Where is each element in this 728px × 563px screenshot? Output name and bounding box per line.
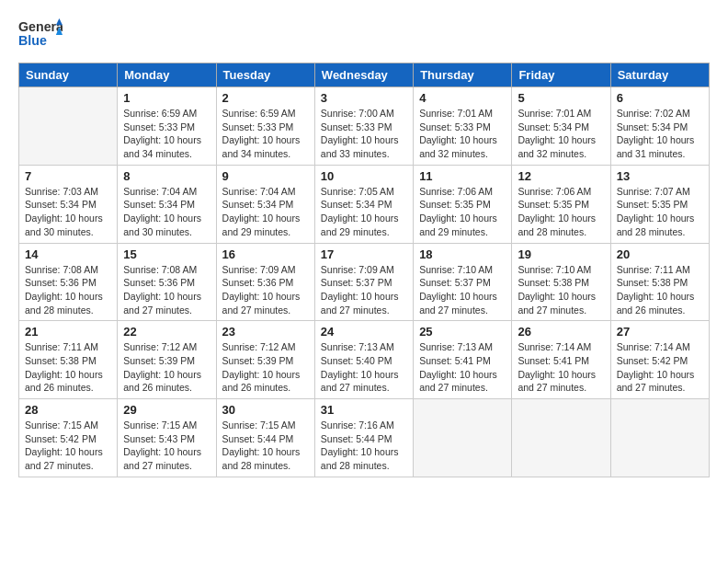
calendar-day-cell: 8Sunrise: 7:04 AMSunset: 5:34 PMDaylight… (118, 165, 216, 243)
day-number: 24 (321, 325, 407, 339)
day-info: Sunrise: 7:14 AMSunset: 5:41 PMDaylight:… (518, 340, 604, 395)
day-info: Sunrise: 6:59 AMSunset: 5:33 PMDaylight:… (123, 107, 210, 161)
sunrise-text: Sunrise: 7:15 AM (222, 419, 309, 432)
day-number: 28 (25, 403, 111, 417)
calendar-day-header: Wednesday (314, 63, 413, 87)
day-info: Sunrise: 7:15 AMSunset: 5:44 PMDaylight:… (222, 419, 309, 473)
day-number: 21 (25, 325, 111, 339)
calendar-day-cell (414, 399, 512, 477)
sunset-text: Sunset: 5:35 PM (419, 198, 506, 212)
day-number: 10 (321, 169, 407, 183)
day-number: 9 (222, 169, 309, 183)
sunset-text: Sunset: 5:44 PM (321, 432, 407, 446)
daylight-text: Daylight: 10 hours and 32 minutes. (518, 133, 604, 160)
calendar-day-cell: 28Sunrise: 7:15 AMSunset: 5:42 PMDayligh… (19, 399, 118, 477)
daylight-text: Daylight: 10 hours and 27 minutes. (123, 445, 210, 472)
calendar-week-row: 7Sunrise: 7:03 AMSunset: 5:34 PMDaylight… (19, 165, 710, 243)
daylight-text: Daylight: 10 hours and 31 minutes. (617, 133, 703, 160)
calendar-day-cell (19, 87, 118, 166)
calendar-header-row: SundayMondayTuesdayWednesdayThursdayFrid… (19, 63, 710, 87)
day-number: 13 (617, 169, 703, 183)
sunrise-text: Sunrise: 7:08 AM (25, 263, 111, 277)
sunset-text: Sunset: 5:41 PM (518, 354, 604, 368)
page: General Blue SundayMondayTuesdayWednesda… (0, 0, 728, 563)
day-number: 4 (419, 91, 506, 105)
calendar-day-cell: 7Sunrise: 7:03 AMSunset: 5:34 PMDaylight… (19, 165, 118, 243)
sunset-text: Sunset: 5:34 PM (617, 121, 703, 134)
sunset-text: Sunset: 5:34 PM (222, 198, 309, 212)
sunset-text: Sunset: 5:33 PM (321, 121, 407, 134)
sunrise-text: Sunrise: 7:11 AM (25, 340, 111, 354)
day-number: 6 (617, 91, 703, 105)
sunset-text: Sunset: 5:34 PM (123, 198, 210, 212)
calendar-day-cell: 25Sunrise: 7:13 AMSunset: 5:41 PMDayligh… (414, 321, 512, 399)
day-info: Sunrise: 7:07 AMSunset: 5:35 PMDaylight:… (617, 185, 703, 239)
calendar-day-header: Friday (512, 63, 610, 87)
day-number: 11 (419, 169, 506, 183)
calendar-day-cell: 24Sunrise: 7:13 AMSunset: 5:40 PMDayligh… (314, 321, 413, 399)
day-number: 30 (222, 403, 309, 417)
sunset-text: Sunset: 5:34 PM (321, 198, 407, 212)
sunrise-text: Sunrise: 7:05 AM (321, 185, 407, 199)
calendar-day-cell: 20Sunrise: 7:11 AMSunset: 5:38 PMDayligh… (610, 243, 709, 321)
sunrise-text: Sunrise: 7:15 AM (25, 419, 111, 432)
daylight-text: Daylight: 10 hours and 28 minutes. (222, 445, 309, 472)
daylight-text: Daylight: 10 hours and 26 minutes. (25, 368, 111, 395)
day-info: Sunrise: 7:15 AMSunset: 5:43 PMDaylight:… (123, 419, 210, 473)
sunrise-text: Sunrise: 6:59 AM (123, 107, 210, 121)
daylight-text: Daylight: 10 hours and 26 minutes. (123, 368, 210, 395)
calendar-day-cell: 6Sunrise: 7:02 AMSunset: 5:34 PMDaylight… (610, 87, 709, 166)
sunrise-text: Sunrise: 7:06 AM (419, 185, 506, 199)
day-number: 27 (617, 325, 703, 339)
calendar-week-row: 21Sunrise: 7:11 AMSunset: 5:38 PMDayligh… (19, 321, 710, 399)
calendar-table: SundayMondayTuesdayWednesdayThursdayFrid… (18, 63, 710, 477)
day-info: Sunrise: 7:13 AMSunset: 5:40 PMDaylight:… (321, 340, 407, 395)
day-number: 22 (123, 325, 210, 339)
calendar-day-cell: 27Sunrise: 7:14 AMSunset: 5:42 PMDayligh… (610, 321, 709, 399)
header: General Blue (18, 17, 710, 52)
sunset-text: Sunset: 5:42 PM (617, 354, 703, 368)
calendar-day-cell: 19Sunrise: 7:10 AMSunset: 5:38 PMDayligh… (512, 243, 610, 321)
sunset-text: Sunset: 5:34 PM (518, 121, 604, 134)
daylight-text: Daylight: 10 hours and 29 minutes. (321, 212, 407, 238)
day-number: 16 (222, 247, 309, 261)
calendar-week-row: 1Sunrise: 6:59 AMSunset: 5:33 PMDaylight… (19, 87, 710, 166)
sunrise-text: Sunrise: 7:10 AM (419, 263, 506, 277)
sunrise-text: Sunrise: 7:09 AM (321, 263, 407, 277)
day-number: 3 (321, 91, 407, 105)
calendar-day-cell (512, 399, 610, 477)
sunset-text: Sunset: 5:42 PM (25, 432, 111, 446)
calendar-day-header: Thursday (414, 63, 512, 87)
daylight-text: Daylight: 10 hours and 27 minutes. (123, 290, 210, 316)
day-number: 8 (123, 169, 210, 183)
sunset-text: Sunset: 5:36 PM (222, 276, 309, 290)
daylight-text: Daylight: 10 hours and 27 minutes. (617, 368, 703, 395)
calendar-day-cell (610, 399, 709, 477)
day-info: Sunrise: 7:06 AMSunset: 5:35 PMDaylight:… (419, 185, 506, 239)
day-info: Sunrise: 7:10 AMSunset: 5:38 PMDaylight:… (518, 263, 604, 317)
daylight-text: Daylight: 10 hours and 27 minutes. (419, 290, 506, 316)
daylight-text: Daylight: 10 hours and 30 minutes. (123, 212, 210, 238)
sunset-text: Sunset: 5:44 PM (222, 432, 309, 446)
sunrise-text: Sunrise: 7:06 AM (518, 185, 604, 199)
daylight-text: Daylight: 10 hours and 34 minutes. (222, 133, 309, 160)
day-info: Sunrise: 7:09 AMSunset: 5:36 PMDaylight:… (222, 263, 309, 317)
calendar-day-cell: 2Sunrise: 6:59 AMSunset: 5:33 PMDaylight… (216, 87, 314, 166)
day-info: Sunrise: 7:10 AMSunset: 5:37 PMDaylight:… (419, 263, 506, 317)
sunset-text: Sunset: 5:37 PM (321, 276, 407, 290)
daylight-text: Daylight: 10 hours and 27 minutes. (518, 290, 604, 316)
daylight-text: Daylight: 10 hours and 34 minutes. (123, 133, 210, 160)
day-info: Sunrise: 7:01 AMSunset: 5:34 PMDaylight:… (518, 107, 604, 161)
sunset-text: Sunset: 5:40 PM (321, 354, 407, 368)
calendar-day-cell: 9Sunrise: 7:04 AMSunset: 5:34 PMDaylight… (216, 165, 314, 243)
calendar-day-cell: 26Sunrise: 7:14 AMSunset: 5:41 PMDayligh… (512, 321, 610, 399)
sunrise-text: Sunrise: 7:16 AM (321, 419, 407, 432)
day-info: Sunrise: 7:06 AMSunset: 5:35 PMDaylight:… (518, 185, 604, 239)
day-info: Sunrise: 6:59 AMSunset: 5:33 PMDaylight:… (222, 107, 309, 161)
day-info: Sunrise: 7:09 AMSunset: 5:37 PMDaylight:… (321, 263, 407, 317)
day-number: 23 (222, 325, 309, 339)
day-info: Sunrise: 7:03 AMSunset: 5:34 PMDaylight:… (25, 185, 111, 239)
sunset-text: Sunset: 5:38 PM (25, 354, 111, 368)
svg-text:Blue: Blue (18, 33, 47, 48)
sunrise-text: Sunrise: 7:14 AM (617, 340, 703, 354)
